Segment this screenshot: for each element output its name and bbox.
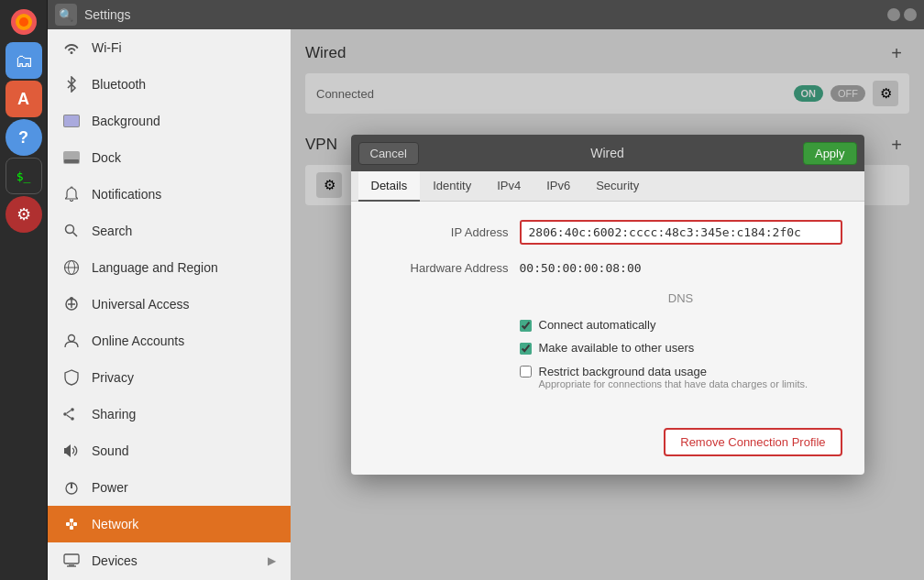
ip-address-row: IP Address 2806:40c:6002:cccc:48c3:345e:… [373,220,842,245]
restrict-bg-checkbox[interactable] [520,366,532,378]
sidebar-item-universal[interactable]: Universal Access [48,286,291,323]
svg-line-8 [73,233,78,237]
tab-details[interactable]: Details [358,171,421,202]
dns-label: DNS [373,291,842,305]
svg-point-19 [71,417,74,421]
sidebar-bluetooth-label: Bluetooth [92,77,276,92]
svg-line-20 [67,410,72,413]
available-users-row: Make available to other users [373,341,842,355]
sidebar-item-wifi[interactable]: Wi-Fi [48,29,291,66]
dialog-backdrop: Cancel Wired Apply Details Identity [291,29,924,580]
restrict-bg-label: Restrict background data usage [539,365,708,378]
search-icon [62,222,81,240]
dock-terminal[interactable]: $_ [6,158,42,194]
svg-point-7 [66,225,74,234]
sidebar-devices-label: Devices [92,553,257,568]
sidebar-network-label: Network [92,517,276,531]
background-icon [62,112,81,130]
sidebar-item-notifications[interactable]: Notifications [48,176,291,213]
sidebar-item-language[interactable]: Language and Region [48,249,291,286]
sidebar-item-devices[interactable]: Devices ▶ [48,542,291,579]
window-controls [887,8,917,21]
svg-point-16 [69,335,75,342]
dock-settings[interactable]: ⚙ [6,196,42,233]
search-button[interactable]: 🔍 [55,4,77,26]
svg-rect-27 [70,519,73,522]
connect-auto-row: Connect automatically [373,318,842,332]
sidebar-privacy-label: Privacy [92,370,276,385]
sidebar-item-sharing[interactable]: Sharing [48,396,291,432]
dialog-tabs: Details Identity IPv4 IPv6 Security [351,171,864,202]
svg-line-21 [67,415,72,418]
svg-rect-31 [64,554,79,564]
available-users-checkbox[interactable] [520,343,532,355]
sidebar-item-power[interactable]: Power [48,469,291,506]
app-title: Settings [84,7,131,22]
restrict-bg-row: Restrict background data usage Appropria… [373,364,842,389]
tab-ipv6[interactable]: IPv6 [534,171,583,202]
sidebar-item-sound[interactable]: Sound [48,432,291,469]
hardware-address-label: Hardware Address [373,261,520,275]
sidebar-item-dock[interactable]: Dock [48,139,291,176]
universal-access-icon [62,295,81,313]
sidebar-item-search[interactable]: Search [48,213,291,249]
dialog-body: IP Address 2806:40c:6002:cccc:48c3:345e:… [351,202,864,417]
svg-rect-6 [64,159,79,163]
main-panel: Wired + Connected ON OFF ⚙ VPN + ⚙ [291,29,924,580]
sidebar-language-label: Language and Region [92,260,276,275]
dialog-header-right: Apply [803,142,857,165]
sidebar: Wi-Fi Bluetooth Background [48,29,291,580]
connect-auto-checkbox[interactable] [520,320,532,332]
dialog-title: Wired [590,146,624,160]
maximize-button[interactable] [904,8,917,21]
sidebar-dock-label: Dock [92,150,276,165]
dock-appstore[interactable]: A [6,81,42,117]
connect-auto-label: Connect automatically [539,318,656,332]
devices-icon [62,552,81,570]
svg-point-17 [63,412,67,416]
dialog-footer: Remove Connection Profile [351,417,864,475]
ip-address-value: 2806:40c:6002:cccc:48c3:345e:c184:2f0c [520,220,842,245]
sidebar-item-bluetooth[interactable]: Bluetooth [48,66,291,103]
minimize-button[interactable] [887,8,900,21]
sidebar-sound-label: Sound [92,443,276,458]
online-accounts-icon [62,332,81,350]
content-row: Wi-Fi Bluetooth Background [48,29,924,580]
remove-connection-button[interactable]: Remove Connection Profile [664,428,842,456]
dock-files[interactable]: 🗂 [6,42,42,79]
privacy-icon [62,368,81,387]
restrict-bg-sublabel: Appropriate for connections that have da… [539,378,808,389]
title-bar-left: 🔍 Settings [55,4,131,26]
devices-arrow-icon: ▶ [268,554,276,567]
bluetooth-icon [62,75,81,93]
svg-rect-24 [70,526,73,530]
svg-point-2 [19,17,28,27]
sidebar-item-privacy[interactable]: Privacy [48,359,291,396]
tab-ipv4[interactable]: IPv4 [484,171,534,202]
dock-firefox[interactable] [6,4,42,40]
language-icon [62,258,81,277]
sidebar-power-label: Power [92,480,276,495]
apply-button[interactable]: Apply [803,142,857,165]
dock-help[interactable]: ? [6,119,42,156]
tab-security[interactable]: Security [583,171,652,202]
sidebar-item-background[interactable]: Background [48,103,291,139]
sharing-icon [62,405,81,423]
cancel-button[interactable]: Cancel [358,142,419,165]
power-icon [62,478,81,497]
dock-settings-icon [62,148,81,167]
available-users-label: Make available to other users [539,341,695,355]
wired-dialog: Cancel Wired Apply Details Identity [351,135,864,475]
ip-address-label: IP Address [373,225,520,239]
sidebar-background-label: Background [92,114,276,128]
wifi-icon [62,38,81,57]
application-dock: 🗂 A ? $_ ⚙ [0,0,48,580]
sidebar-item-online-accounts[interactable]: Online Accounts [48,323,291,359]
sidebar-universal-label: Universal Access [92,297,276,312]
tab-identity[interactable]: Identity [420,171,484,202]
main-area: 🔍 Settings Wi-Fi Bluetooth [48,0,924,580]
sidebar-item-network[interactable]: Network [48,506,291,542]
sidebar-search-label: Search [92,224,276,238]
svg-point-18 [71,408,74,411]
sidebar-online-accounts-label: Online Accounts [92,334,276,348]
